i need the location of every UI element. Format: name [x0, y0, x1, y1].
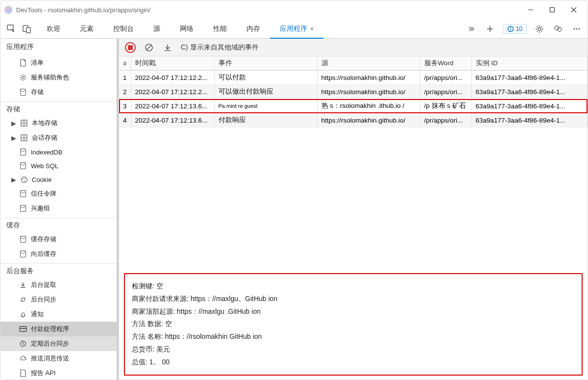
database-icon	[19, 204, 27, 212]
svg-point-25	[579, 28, 580, 29]
tab-network[interactable]: 网络	[170, 19, 203, 38]
col-instance-id[interactable]: 实例 ID	[471, 56, 587, 71]
inspect-icon[interactable]	[5, 23, 17, 35]
sidebar-item-label: 缓存存储	[31, 235, 56, 244]
record-button[interactable]	[125, 42, 136, 53]
tab-console[interactable]: 控制台	[103, 19, 144, 38]
sidebar-item-periodic-sync[interactable]: 定期后台同步	[0, 336, 119, 351]
svg-line-20	[537, 30, 538, 31]
table-row-highlighted[interactable]: 3 2022-04-07 17:12:13.6... Pa mint re gu…	[119, 99, 588, 113]
sidebar-item-websql[interactable]: Web SQL	[0, 159, 119, 173]
svg-point-12	[538, 27, 541, 30]
document-icon	[19, 59, 27, 67]
sidebar-item-manifest[interactable]: 清单	[0, 55, 119, 70]
sidebar-item-local-storage[interactable]: ▶ 本地存储	[0, 116, 119, 130]
add-tab-icon[interactable]	[484, 23, 496, 35]
tab-sources[interactable]: 源	[144, 19, 170, 38]
svg-point-41	[21, 177, 27, 182]
app-favicon	[4, 6, 12, 14]
tab-close-icon[interactable]: ×	[310, 25, 314, 32]
show-other-origins-label: C) 显示来自其他域的事件	[181, 43, 259, 52]
svg-line-17	[537, 26, 538, 27]
settings-icon[interactable]	[534, 23, 545, 35]
sidebar-item-cache-storage[interactable]: 缓存存储	[0, 232, 119, 247]
window-close-button[interactable]	[569, 5, 579, 15]
sidebar-item-cookies[interactable]: ▶ Cookie	[0, 173, 119, 186]
sidebar-item-backforward-cache[interactable]: 向后缓存	[0, 247, 119, 261]
table-row[interactable]: 1 2022-04-07 17:12:12.2... 可以付款 https://…	[119, 71, 588, 85]
tab-application-label: 应用程序	[280, 25, 307, 33]
col-service-worker[interactable]: 服务Word	[420, 56, 471, 71]
sidebar-item-label: 服务辅助角色	[31, 73, 69, 82]
expand-icon[interactable]: ▶	[11, 134, 16, 142]
sidebar-item-label: Web SQL	[31, 162, 58, 170]
svg-rect-11	[510, 30, 511, 30]
tab-welcome[interactable]: 欢迎	[37, 19, 70, 38]
svg-line-32	[24, 79, 25, 80]
database-icon	[19, 190, 27, 198]
feedback-icon[interactable]	[552, 23, 564, 35]
sidebar-item-session-storage[interactable]: ▶ 会话存储	[0, 130, 119, 145]
events-table-wrap[interactable]: # 时间戳 事件 源 服务Word 实例 ID 1 2022-04-07 17:…	[119, 56, 588, 268]
issues-badge[interactable]: 10	[503, 24, 527, 34]
tab-application[interactable]: 应用程序 ×	[270, 19, 323, 38]
window-maximize-button[interactable]	[547, 5, 557, 15]
col-source[interactable]: 源	[317, 56, 420, 71]
col-index[interactable]: #	[119, 56, 131, 71]
window-titlebar: DevTools - rsolomakhin.github.io/pr/apps…	[0, 0, 588, 19]
sidebar-item-label: 通知	[31, 310, 44, 319]
svg-rect-1	[550, 8, 555, 12]
devtools-toolbar: 欢迎 元素 控制台 源 网络 性能 内存 应用程序 × 10	[0, 19, 588, 39]
sidebar-item-reporting-api[interactable]: 报告 API	[0, 366, 119, 380]
expand-icon[interactable]: ▶	[11, 120, 16, 127]
device-toggle-icon[interactable]	[21, 23, 33, 35]
expand-icon[interactable]: ▶	[11, 176, 16, 183]
more-icon[interactable]	[571, 23, 583, 35]
sidebar-item-interest-groups[interactable]: 兴趣组	[0, 201, 119, 216]
sidebar-item-push-messaging[interactable]: 推送消息传送	[0, 351, 119, 366]
sidebar-item-payment-handler[interactable]: 付款处理程序	[0, 322, 119, 336]
detail-line: 商家顶部起源: https：//maxlgu .GitHub ion	[132, 305, 575, 318]
document-icon	[19, 369, 27, 377]
clear-button[interactable]	[144, 42, 154, 53]
sidebar-item-label: 清单	[31, 58, 44, 67]
sidebar-item-indexeddb[interactable]: IndexedDB	[0, 145, 119, 159]
save-button[interactable]	[162, 42, 173, 53]
sidebar-item-label: 后台同步	[31, 295, 56, 304]
sidebar-item-trust-tokens[interactable]: 信任令牌	[0, 186, 119, 201]
sidebar-item-label: 会话存储	[32, 133, 57, 142]
sidebar-item-storage-summary[interactable]: 存储	[0, 85, 119, 100]
sync-icon	[19, 296, 27, 304]
database-icon	[19, 148, 27, 156]
svg-rect-6	[26, 27, 30, 33]
detail-line: 商家付款请求来源: https：//maxlgu。GitHub ion	[132, 293, 575, 305]
database-icon	[19, 250, 27, 258]
sidebar-item-background-sync[interactable]: 后台同步	[0, 292, 119, 307]
table-row[interactable]: 2 2022-04-07 17:12:12.2... 可以做出付款响应 http…	[119, 85, 588, 99]
svg-point-42	[23, 178, 24, 179]
col-event[interactable]: 事件	[214, 56, 317, 71]
sidebar-splitter[interactable]	[117, 39, 119, 380]
table-row[interactable]: 4 2022-04-07 17:12:13.6... 付款响应 https://…	[119, 113, 588, 127]
tab-memory[interactable]: 内存	[237, 19, 270, 38]
tab-performance[interactable]: 性能	[203, 19, 237, 38]
section-cache: 缓存	[0, 218, 119, 232]
sidebar-item-notifications[interactable]: 通知	[0, 307, 119, 322]
svg-line-33	[24, 75, 25, 76]
window-minimize-button[interactable]	[526, 5, 536, 15]
cloud-icon	[19, 355, 27, 362]
events-table: # 时间戳 事件 源 服务Word 实例 ID 1 2022-04-07 17:…	[119, 56, 588, 127]
tab-elements[interactable]: 元素	[70, 19, 103, 38]
svg-line-49	[147, 45, 151, 50]
sidebar-item-label: 兴趣组	[31, 204, 50, 213]
sidebar-item-service-worker[interactable]: 服务辅助角色	[0, 70, 119, 85]
svg-rect-4	[7, 25, 13, 30]
more-tabs-icon[interactable]	[466, 23, 477, 35]
database-icon	[19, 162, 27, 170]
database-icon	[19, 235, 27, 243]
svg-rect-10	[510, 27, 511, 29]
col-timestamp[interactable]: 时间戳	[131, 56, 214, 71]
grid-icon	[20, 119, 28, 127]
sidebar-item-background-fetch[interactable]: 后台提取	[0, 278, 119, 292]
svg-line-18	[541, 30, 542, 31]
